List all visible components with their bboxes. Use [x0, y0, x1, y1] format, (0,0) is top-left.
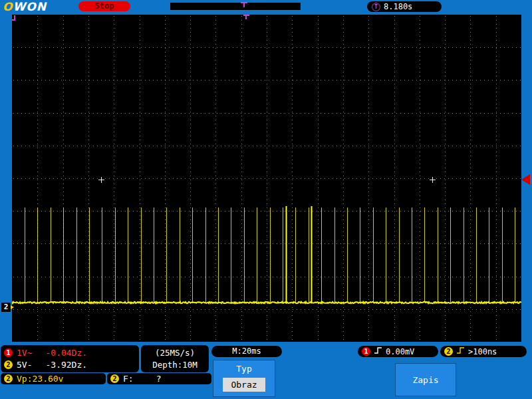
trigger-time-icon: T [372, 3, 380, 11]
menu-typ-selected-option[interactable]: Obraz [223, 378, 265, 392]
trigger-ch1-badge: 1 0.00mV [358, 346, 438, 357]
run-state-badge[interactable]: Stop [78, 1, 130, 11]
trigger-level-arrow-icon[interactable] [521, 174, 530, 185]
trigger-position-marker-icon [241, 2, 247, 8]
ch2-status-row: 2 5V- -3.92Dz. [4, 360, 136, 370]
measurement-vp-value: Vp:23.60v [17, 374, 63, 384]
measurement-freq-label: F: [123, 374, 134, 384]
ch2-offset: -3.92Dz. [45, 360, 87, 370]
waveform-canvas [12, 15, 521, 342]
ch1-status-row: 1 1V~ -0.04Dz. [4, 348, 136, 358]
rising-edge-icon [456, 346, 465, 356]
ch1-scale: 1V~ [17, 348, 32, 358]
sample-rate: (25MS/s) [141, 348, 209, 358]
ch2-scale: 5V- [17, 360, 32, 370]
trigger-time-value: 8.180s [384, 2, 412, 11]
channel2-zero-marker[interactable]: 2 [1, 303, 11, 312]
menu-typ-button[interactable]: Typ Obraz [213, 360, 275, 397]
measurement-vp-badge: 2 Vp:23.60v [1, 373, 106, 384]
save-button[interactable]: Zapis [395, 363, 456, 396]
owon-oscilloscope-ui: OWON Stop T 8.180s 2 1 1V~ -0.04Dz. 2 5V… [0, 0, 532, 399]
trigger-ch2-number-badge: 2 [444, 347, 453, 356]
trigger-time-badge: T 8.180s [367, 1, 442, 12]
trigger-ch1-number-badge: 1 [362, 347, 370, 356]
rising-edge-icon [374, 346, 382, 356]
measurement-freq-value: ? [156, 374, 162, 384]
ch1-number-badge: 1 [4, 348, 13, 357]
trigger-position-bar[interactable] [170, 3, 301, 10]
ch1-offset: -0.04Dz. [45, 348, 87, 358]
measurement-vp-channel-badge: 2 [4, 374, 13, 383]
measurement-freq-channel-badge: 2 [110, 374, 119, 383]
timebase-badge: M:20ms [211, 346, 282, 357]
measurement-freq-badge: 2 F: ? [107, 373, 211, 384]
acquisition-panel: (25MS/s) Depth:10M [141, 345, 209, 372]
channel-info-panel: 1 1V~ -0.04Dz. 2 5V- -3.92Dz. [1, 345, 139, 372]
owon-logo: OWON [3, 0, 47, 13]
menu-typ-title: Typ [213, 364, 275, 374]
owon-logo-rest: WON [13, 0, 46, 13]
trigger-ch1-level: 0.00mV [386, 347, 414, 356]
owon-logo-o: O [3, 0, 13, 13]
trigger-ch2-holdoff: >100ns [468, 347, 497, 356]
ch2-number-badge: 2 [4, 360, 13, 369]
memory-depth: Depth:10M [141, 360, 209, 370]
trigger-ch2-badge: 2 >100ns [440, 346, 527, 357]
waveform-display-area [12, 15, 521, 342]
